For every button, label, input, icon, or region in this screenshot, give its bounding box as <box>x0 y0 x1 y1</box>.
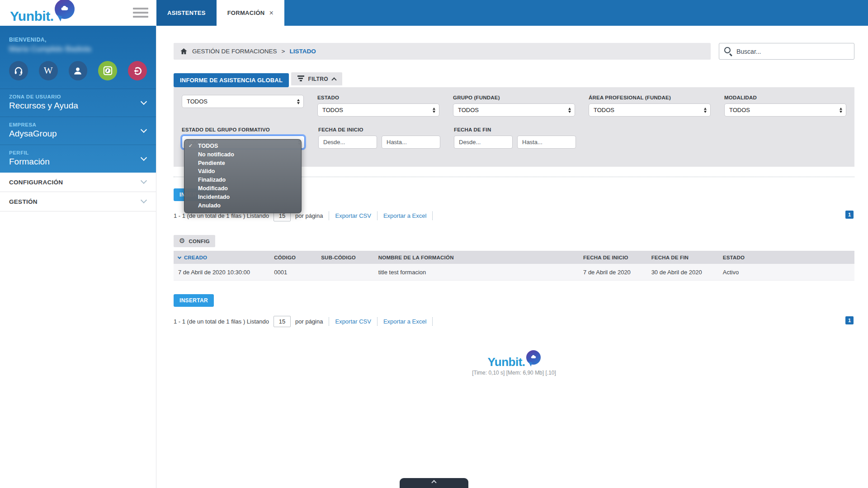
page-number-badge[interactable]: 1 <box>845 211 854 219</box>
sidebar-item-configuracion[interactable]: CONFIGURACIÓN <box>0 173 156 192</box>
cell-fecha-fin: 30 de Abril de 2020 <box>647 269 718 276</box>
sidebar-section-perfil[interactable]: PERFIL Formación <box>0 145 156 173</box>
fecha-inicio-hasta-input[interactable] <box>382 136 440 149</box>
pagination-summary: 1 - 1 (de un total de 1 filas ) Listando <box>174 212 269 219</box>
column-header-sub-codigo[interactable]: SUB-CÓDIGO <box>316 255 374 260</box>
dotted-separator <box>377 317 377 326</box>
section-value: Formación <box>9 157 147 167</box>
check-icon: ✓ <box>189 142 193 150</box>
dropdown-option-no-notificado[interactable]: No notificado <box>184 150 301 159</box>
filter-field-modalidad: MODALIDAD TODOS <box>724 95 846 117</box>
dotted-separator <box>432 211 433 220</box>
generic-select[interactable]: TODOS <box>182 95 304 108</box>
dotted-separator <box>377 211 377 220</box>
search-input[interactable] <box>719 43 854 59</box>
select-value: TODOS <box>187 98 208 105</box>
tab-formacion[interactable]: FORMACIÓN × <box>217 0 285 26</box>
column-header-fecha-inicio[interactable]: FECHA DE INICIO <box>579 255 647 260</box>
search-icon <box>724 47 731 53</box>
logout-icon[interactable] <box>128 61 147 80</box>
yunbit-logo[interactable]: Yunbit. <box>10 3 75 23</box>
dotted-separator <box>329 317 329 326</box>
option-label: Finalizado <box>198 177 226 183</box>
chevron-down-icon <box>141 197 147 203</box>
estado-select[interactable]: TODOS <box>317 103 439 117</box>
dropdown-option-pendiente[interactable]: Pendiente <box>184 159 301 168</box>
tab-label: ASISTENTES <box>167 9 206 16</box>
table-row[interactable]: 7 de Abril de 2020 10:30:00 0001 title t… <box>174 264 854 281</box>
section-value: AdysaGroup <box>9 129 147 139</box>
export-csv-link[interactable]: Exportar CSV <box>335 318 371 325</box>
collapse-panel-button[interactable] <box>400 478 468 488</box>
dotted-separator <box>329 211 329 220</box>
speech-bubble-icon <box>55 0 75 19</box>
home-icon[interactable] <box>180 47 188 55</box>
section-label: EMPRESA <box>9 122 147 127</box>
column-header-creado[interactable]: CREADO <box>174 255 269 260</box>
column-header-codigo[interactable]: CÓDIGO <box>269 255 316 260</box>
export-excel-link[interactable]: Exportar a Excel <box>383 212 426 219</box>
dropdown-option-incidentado[interactable]: Incidentado <box>184 193 301 202</box>
time-clock-icon[interactable] <box>98 61 117 80</box>
wiki-icon[interactable]: W <box>39 61 58 80</box>
select-spinner-icon <box>433 108 435 113</box>
tab-asistentes[interactable]: ASISTENTES <box>156 0 217 26</box>
select-value: TODOS <box>458 107 479 113</box>
column-header-fecha-fin[interactable]: FECHA DE FIN <box>647 255 718 260</box>
select-value: TODOS <box>594 107 614 113</box>
dropdown-option-valido[interactable]: Válido <box>184 167 301 176</box>
user-profile-icon[interactable] <box>69 61 88 80</box>
field-label: FECHA DE FIN <box>454 127 576 132</box>
fecha-fin-desde-input[interactable] <box>454 136 513 149</box>
close-tab-icon[interactable]: × <box>269 9 274 17</box>
formaciones-table: CREADO CÓDIGO SUB-CÓDIGO NOMBRE DE LA FO… <box>174 251 854 281</box>
dropdown-option-todos[interactable]: ✓ TODOS <box>184 142 301 150</box>
search-box <box>719 43 854 60</box>
grupo-fundae-select[interactable]: TODOS <box>453 103 575 117</box>
option-label: Incidentado <box>198 194 230 200</box>
per-page-input[interactable] <box>274 316 291 327</box>
config-label: CONFIG <box>189 239 210 244</box>
fecha-fin-hasta-input[interactable] <box>517 136 576 149</box>
filter-toggle[interactable]: FILTRO <box>291 72 342 85</box>
field-label: ÁREA PROFESIONAL (FUNDAE) <box>589 95 711 100</box>
export-excel-link[interactable]: Exportar a Excel <box>383 318 426 325</box>
column-header-estado[interactable]: ESTADO <box>718 255 854 260</box>
pagination-summary: 1 - 1 (de un total de 1 filas ) Listando <box>174 318 269 325</box>
breadcrumb-current: LISTADO <box>289 48 316 55</box>
menu-label: GESTIÓN <box>9 198 38 205</box>
cell-fecha-inicio: 7 de Abril de 2020 <box>579 269 647 276</box>
sidebar-item-gestion[interactable]: GESTIÓN <box>0 192 156 211</box>
welcome-greeting: BIENVENIDA, <box>9 37 147 43</box>
breadcrumb-root[interactable]: GESTIÓN DE FORMACIONES <box>192 48 277 55</box>
menu-hamburger-icon[interactable] <box>133 8 148 20</box>
filter-field-generic: TODOS <box>182 95 304 108</box>
select-spinner-icon <box>568 108 571 113</box>
support-headset-icon[interactable] <box>9 61 28 80</box>
filter-icon <box>297 75 304 82</box>
modalidad-select[interactable]: TODOS <box>724 103 846 117</box>
page-number-badge[interactable]: 1 <box>845 316 854 324</box>
chevron-up-icon <box>431 480 436 485</box>
area-profesional-select[interactable]: TODOS <box>589 103 711 117</box>
dropdown-option-finalizado[interactable]: Finalizado <box>184 176 301 184</box>
global-attendance-report-button[interactable]: INFORME DE ASISTENCIA GLOBAL <box>174 73 289 87</box>
sort-desc-icon <box>178 255 181 258</box>
gear-icon: ⚙ <box>179 238 185 244</box>
column-header-nombre[interactable]: NOMBRE DE LA FORMACIÓN <box>374 255 579 260</box>
select-spinner-icon <box>704 108 707 113</box>
export-csv-link[interactable]: Exportar CSV <box>335 212 371 219</box>
config-button[interactable]: ⚙ CONFIG <box>174 235 215 247</box>
dropdown-option-modificado[interactable]: Modificado <box>184 184 301 193</box>
select-value: TODOS <box>729 107 750 113</box>
insert-button-bottom[interactable]: INSERTAR <box>174 294 214 307</box>
chevron-up-icon <box>331 77 336 82</box>
fecha-inicio-desde-input[interactable] <box>318 136 377 149</box>
user-name: María Cumplido Badiola <box>9 45 147 54</box>
performance-stats: [Time: 0,10 s] [Mem: 6,90 Mb] [.10] <box>472 370 556 376</box>
menu-label: CONFIGURACIÓN <box>9 179 63 186</box>
sidebar-section-empresa[interactable]: EMPRESA AdysaGroup <box>0 117 156 145</box>
sidebar-section-zona-de-usuario[interactable]: ZONA DE USUARIO Recursos y Ayuda <box>0 89 156 117</box>
section-value: Recursos y Ayuda <box>9 101 147 111</box>
dropdown-option-anulado[interactable]: Anulado <box>184 202 301 210</box>
